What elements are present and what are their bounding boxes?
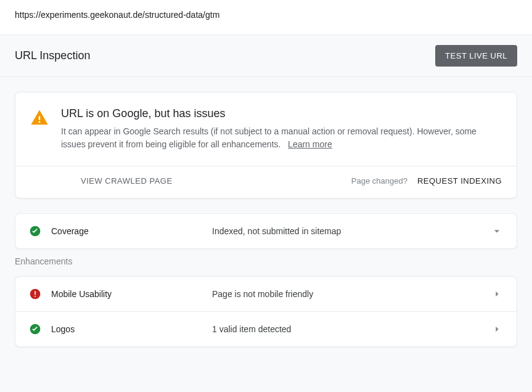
content-area: URL is on Google, but has issues It can … — [0, 77, 532, 369]
svg-rect-4 — [35, 291, 36, 295]
chevron-down-icon — [491, 225, 503, 237]
url-input-bar[interactable]: https://experiments.geekonaut.de/structu… — [0, 0, 532, 35]
request-indexing-button[interactable]: REQUEST INDEXING — [417, 176, 502, 186]
header: URL Inspection TEST LIVE URL — [0, 35, 532, 77]
coverage-card: Coverage Indexed, not submitted in sitem… — [15, 213, 517, 249]
status-card: URL is on Google, but has issues It can … — [15, 92, 517, 198]
learn-more-link[interactable]: Learn more — [288, 139, 332, 149]
status-title: URL is on Google, but has issues — [61, 107, 502, 120]
footer-actions: Page changed? REQUEST INDEXING — [351, 176, 502, 186]
status-description: It can appear in Google Search results (… — [61, 125, 502, 151]
mobile-usability-value: Page is not mobile friendly — [212, 289, 481, 299]
view-crawled-page-button[interactable]: VIEW CRAWLED PAGE — [81, 176, 173, 186]
logos-label: Logos — [51, 324, 202, 334]
mobile-usability-row[interactable]: Mobile Usability Page is not mobile frie… — [15, 277, 517, 311]
check-circle-icon — [29, 225, 41, 237]
page-title: URL Inspection — [15, 49, 90, 62]
test-live-url-button[interactable]: TEST LIVE URL — [435, 45, 517, 67]
svg-rect-1 — [39, 121, 41, 123]
status-card-footer: VIEW CRAWLED PAGE Page changed? REQUEST … — [15, 166, 517, 198]
check-circle-icon — [29, 323, 41, 335]
logos-row[interactable]: Logos 1 valid item detected — [15, 311, 517, 346]
page-changed-label: Page changed? — [351, 176, 407, 186]
error-circle-icon — [29, 288, 41, 300]
mobile-usability-label: Mobile Usability — [51, 289, 202, 299]
logos-value: 1 valid item detected — [212, 324, 481, 334]
coverage-value: Indexed, not submitted in sitemap — [212, 226, 481, 236]
warning-triangle-icon — [30, 108, 49, 127]
enhancements-section-label: Enhancements — [15, 256, 517, 266]
url-text: https://experiments.geekonaut.de/structu… — [15, 10, 219, 20]
svg-rect-5 — [35, 296, 36, 297]
enhancements-card: Mobile Usability Page is not mobile frie… — [15, 276, 517, 347]
chevron-right-icon — [491, 288, 503, 300]
status-card-body: URL is on Google, but has issues It can … — [15, 92, 517, 166]
chevron-right-icon — [491, 323, 503, 335]
svg-rect-0 — [39, 116, 41, 120]
coverage-row[interactable]: Coverage Indexed, not submitted in sitem… — [15, 214, 517, 248]
status-text: URL is on Google, but has issues It can … — [61, 107, 502, 151]
coverage-label: Coverage — [51, 226, 202, 236]
